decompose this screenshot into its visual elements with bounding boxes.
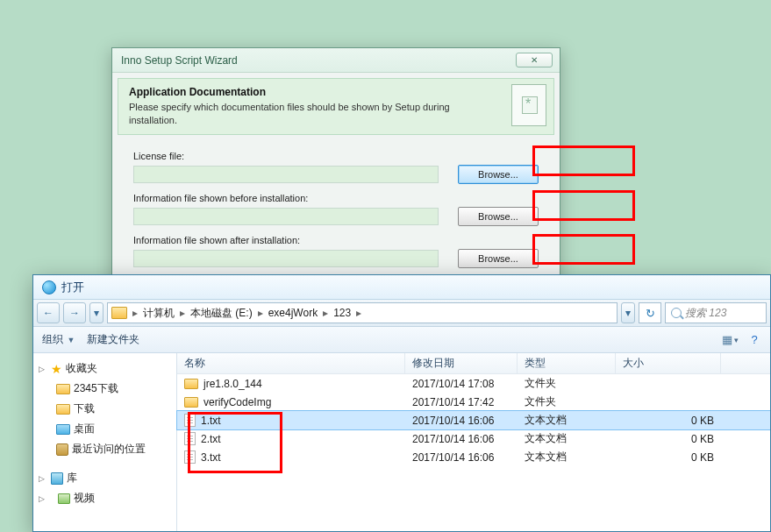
column-header-name[interactable]: 名称 bbox=[177, 353, 405, 373]
chevron-down-icon: ▾ bbox=[625, 307, 631, 319]
globe-icon bbox=[42, 280, 56, 294]
file-date: 2017/10/14 16:06 bbox=[405, 415, 518, 427]
sidebar-downloads[interactable]: 下载 bbox=[37, 399, 173, 419]
chevron-down-icon: ▾ bbox=[734, 336, 739, 344]
before-info-label: Information file shown before installati… bbox=[133, 193, 539, 203]
back-button[interactable]: ← bbox=[37, 302, 60, 323]
wizard-titlebar[interactable]: Inno Setup Script Wizard ✕ bbox=[112, 48, 560, 73]
file-row[interactable]: 2.txt2017/10/14 16:06文本文档0 KB bbox=[177, 429, 770, 448]
file-row[interactable]: verifyCodeImg2017/10/14 17:42文件夹 bbox=[177, 393, 770, 411]
file-type: 文件夹 bbox=[518, 376, 616, 391]
help-button[interactable]: ? bbox=[744, 331, 765, 349]
close-button[interactable]: ✕ bbox=[516, 53, 553, 67]
breadcrumb[interactable]: ▸ 计算机 ▸ 本地磁盘 (E:) ▸ exe4jWork ▸ 123 ▸ bbox=[107, 302, 618, 323]
open-dialog-titlebar[interactable]: 打开 bbox=[33, 275, 770, 300]
chevron-right-icon: ▸ bbox=[354, 307, 363, 319]
help-icon: ? bbox=[751, 333, 757, 346]
file-name: verifyCodeImg bbox=[203, 396, 271, 408]
file-row[interactable]: jre1.8.0_1442017/10/14 17:08文件夹 bbox=[177, 374, 770, 393]
file-date: 2017/10/14 17:08 bbox=[405, 378, 518, 390]
wizard-header: Application Documentation Please specify… bbox=[118, 78, 554, 135]
new-folder-button[interactable]: 新建文件夹 bbox=[87, 332, 139, 347]
file-date: 2017/10/14 16:06 bbox=[405, 433, 518, 445]
column-header-size[interactable]: 大小 bbox=[616, 353, 721, 373]
sidebar-desktop[interactable]: 桌面 bbox=[37, 419, 173, 439]
file-pane: 名称 修改日期 类型 大小 jre1.8.0_1442017/10/14 17:… bbox=[177, 353, 770, 531]
chevron-right-icon: ▸ bbox=[256, 307, 265, 319]
file-type: 文本文档 bbox=[518, 450, 616, 465]
file-type: 文本文档 bbox=[518, 431, 616, 446]
after-info-input[interactable] bbox=[133, 250, 439, 267]
folder-icon bbox=[111, 307, 127, 319]
split-body: ▷ ★ 收藏夹 2345下载 下载 桌面 最近访问的位置 ▷ bbox=[33, 353, 770, 531]
after-info-row: Information file shown after installatio… bbox=[133, 235, 539, 268]
file-date: 2017/10/14 16:06 bbox=[405, 451, 518, 464]
column-header-type[interactable]: 类型 bbox=[518, 353, 616, 373]
breadcrumb-dropdown-button[interactable]: ▾ bbox=[621, 302, 635, 323]
wizard-title: Inno Setup Script Wizard bbox=[121, 54, 238, 67]
file-row[interactable]: 3.txt2017/10/14 16:06文本文档0 KB bbox=[177, 448, 770, 466]
folder-icon bbox=[56, 404, 70, 415]
wizard-header-title: Application Documentation bbox=[129, 86, 543, 98]
toolbar: 组织 ▼ 新建文件夹 ▦▾ ? bbox=[33, 327, 770, 353]
column-header-date[interactable]: 修改日期 bbox=[405, 353, 518, 373]
view-icon: ▦ bbox=[722, 333, 732, 346]
file-name: 3.txt bbox=[201, 451, 221, 464]
view-options-button[interactable]: ▦▾ bbox=[719, 331, 740, 349]
breadcrumb-segment[interactable]: 本地磁盘 (E:) bbox=[187, 306, 256, 321]
forward-arrow-icon: → bbox=[69, 307, 80, 319]
wizard-header-subtitle: Please specify which documentation files… bbox=[129, 101, 471, 127]
folder-icon bbox=[56, 384, 70, 394]
sidebar-libraries[interactable]: ▷ 库 bbox=[37, 468, 173, 488]
file-open-dialog: 打开 ← → ▾ ▸ 计算机 ▸ 本地磁盘 (E:) ▸ exe4jWork ▸… bbox=[32, 274, 771, 532]
recent-icon bbox=[56, 443, 68, 456]
search-placeholder: 搜索 123 bbox=[685, 306, 726, 321]
video-icon bbox=[58, 493, 70, 504]
wizard-body: License file: Browse... Information file… bbox=[112, 140, 560, 289]
license-row: License file: Browse... bbox=[133, 151, 539, 184]
file-name: jre1.8.0_144 bbox=[203, 378, 262, 390]
search-input[interactable]: 搜索 123 bbox=[665, 302, 767, 323]
chevron-right-icon: ▸ bbox=[321, 307, 330, 319]
nav-row: ← → ▾ ▸ 计算机 ▸ 本地磁盘 (E:) ▸ exe4jWork ▸ 12… bbox=[33, 300, 770, 327]
file-size: 0 KB bbox=[616, 415, 721, 427]
browse-button-before[interactable]: Browse... bbox=[458, 207, 539, 226]
sidebar-favorites[interactable]: ▷ ★ 收藏夹 bbox=[37, 358, 173, 379]
breadcrumb-segment[interactable]: exe4jWork bbox=[265, 307, 321, 319]
expand-caret-icon: ▷ bbox=[39, 365, 47, 373]
chevron-down-icon: ▾ bbox=[94, 307, 99, 319]
breadcrumb-segment[interactable]: 计算机 bbox=[139, 306, 178, 321]
library-icon bbox=[51, 472, 63, 485]
star-icon: ★ bbox=[51, 362, 62, 376]
organize-menu[interactable]: 组织 ▼ bbox=[42, 332, 75, 347]
file-row[interactable]: 1.txt2017/10/14 16:06文本文档0 KB bbox=[177, 411, 770, 429]
before-info-input[interactable] bbox=[133, 208, 439, 225]
browse-button-after[interactable]: Browse... bbox=[458, 249, 539, 268]
back-arrow-icon: ← bbox=[43, 307, 54, 319]
sidebar: ▷ ★ 收藏夹 2345下载 下载 桌面 最近访问的位置 ▷ bbox=[33, 353, 177, 531]
file-type: 文件夹 bbox=[518, 394, 616, 409]
folder-icon bbox=[184, 379, 198, 389]
expand-caret-icon: ▷ bbox=[39, 474, 47, 483]
license-input[interactable] bbox=[133, 166, 439, 183]
browse-button-license[interactable]: Browse... bbox=[458, 165, 539, 184]
expand-caret-icon: ▷ bbox=[39, 494, 47, 503]
folder-icon bbox=[184, 397, 198, 408]
forward-button[interactable]: → bbox=[63, 302, 86, 323]
sidebar-recent[interactable]: 最近访问的位置 bbox=[37, 439, 173, 459]
refresh-button[interactable]: ↻ bbox=[639, 302, 661, 323]
sidebar-2345-downloads[interactable]: 2345下载 bbox=[37, 379, 173, 399]
search-icon bbox=[671, 308, 682, 318]
history-dropdown-button[interactable]: ▾ bbox=[89, 302, 104, 323]
breadcrumb-segment[interactable]: 123 bbox=[330, 307, 354, 319]
refresh-icon: ↻ bbox=[646, 307, 655, 320]
file-type: 文本文档 bbox=[518, 413, 616, 428]
file-icon bbox=[184, 432, 196, 445]
close-icon: ✕ bbox=[531, 55, 538, 65]
file-name: 2.txt bbox=[201, 433, 221, 445]
sidebar-videos[interactable]: ▷ 视频 bbox=[37, 488, 173, 508]
file-date: 2017/10/14 17:42 bbox=[405, 396, 518, 408]
chevron-right-icon: ▸ bbox=[178, 307, 187, 319]
before-info-row: Information file shown before installati… bbox=[133, 193, 539, 226]
document-icon bbox=[511, 84, 546, 126]
